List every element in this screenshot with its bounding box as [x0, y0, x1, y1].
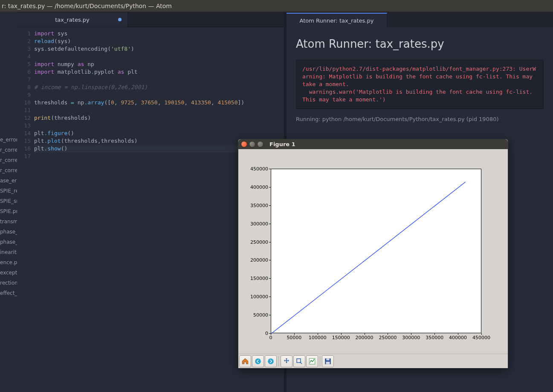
tree-item[interactable]: r_corre [0, 145, 17, 155]
figure-title: Figure 1 [269, 141, 295, 147]
window-minimize-button[interactable] [249, 141, 255, 147]
y-tick-label: 250000 [243, 239, 268, 245]
x-tick-label: 50000 [287, 335, 301, 340]
code-line[interactable] [34, 91, 284, 99]
tree-item[interactable]: effect_ [0, 288, 17, 298]
forward-button[interactable] [265, 355, 277, 367]
y-tick-label: 100000 [243, 294, 268, 300]
code-line[interactable] [34, 53, 284, 61]
runner-tab-label: Atom Runner: tax_rates.py [300, 17, 374, 24]
code-line[interactable]: reload(sys) [34, 37, 284, 45]
tree-item[interactable]: SPIE_sr [0, 196, 17, 206]
y-tick-label: 400000 [243, 184, 268, 190]
x-tick-label: 450000 [472, 335, 490, 340]
tree-item[interactable]: SPIE_re [0, 186, 17, 196]
x-tick-label: 400000 [449, 335, 467, 340]
back-button[interactable] [252, 355, 264, 367]
x-tick-label: 250000 [379, 335, 397, 340]
svg-point-1 [268, 358, 274, 364]
y-tick-label: 300000 [243, 221, 268, 226]
tree-item[interactable]: inearitie [0, 247, 17, 257]
x-tick-label: 200000 [356, 335, 373, 340]
editor-tab-label: tax_rates.py [55, 17, 90, 23]
tree-item[interactable]: SPIE.pr [0, 206, 17, 216]
code-line[interactable]: print(thresholds) [34, 114, 284, 122]
svg-point-0 [255, 358, 261, 364]
subplots-button[interactable] [306, 355, 318, 367]
runner-tab-row: Atom Runner: tax_rates.py [287, 12, 553, 27]
x-tick-label: 300000 [402, 335, 420, 340]
code-line[interactable]: thresholds = np.array([0, 9725, 37650, 1… [34, 99, 284, 107]
figure-window[interactable]: Figure 1 0500001000001500002000002500003… [238, 139, 508, 368]
code-line[interactable] [34, 107, 284, 114]
figure-titlebar[interactable]: Figure 1 [238, 139, 508, 149]
tree-item[interactable]: phase_ [0, 227, 17, 237]
line-gutter: 1234567891011121314151617 [17, 30, 34, 392]
code-line[interactable]: import numpy as np [34, 61, 284, 68]
zoom-button[interactable] [293, 355, 305, 367]
y-tick-label: 150000 [243, 276, 268, 281]
tree-item[interactable]: transm [0, 216, 17, 227]
pan-button[interactable] [281, 355, 292, 367]
x-tick-label: 150000 [332, 335, 350, 340]
figure-canvas[interactable]: 0500001000001500002000002500003000003500… [238, 149, 508, 354]
tree-item[interactable]: rection_ [0, 278, 17, 288]
home-button[interactable] [239, 355, 251, 367]
code-line[interactable]: sys.setdefaultencoding('utf8') [34, 45, 284, 53]
file-tree[interactable]: e_error:r_correr_correr_correase_errSPIE… [0, 12, 17, 392]
runner-tab[interactable]: Atom Runner: tax_rates.py [287, 13, 387, 27]
tree-item[interactable]: phase_ [0, 237, 17, 247]
y-tick-label: 200000 [243, 257, 268, 263]
x-tick-label: 350000 [426, 335, 443, 340]
code-line[interactable]: plt.figure() [34, 130, 284, 137]
runner-status: Running: python /home/kurt/Documents/Pyt… [296, 116, 544, 122]
unsaved-dot-icon [118, 18, 122, 21]
runner-heading: Atom Runner: tax_rates.py [296, 37, 544, 50]
editor-tab-row: tax_rates.py [17, 12, 284, 27]
tree-item[interactable]: e_error: [0, 135, 17, 145]
tree-item[interactable]: r_corre [0, 155, 17, 165]
x-tick-label: 100000 [309, 335, 327, 340]
plot-line [271, 182, 466, 334]
tree-item[interactable]: ence.py [0, 257, 17, 268]
y-tick-label: 450000 [243, 166, 268, 172]
x-tick-label: 0 [269, 335, 272, 340]
y-tick-label: 0 [243, 331, 268, 336]
code-line[interactable]: # income = np.linspace(0,2e6,2001) [34, 84, 284, 91]
runner-output: /usr/lib/python2.7/dist-packages/matplot… [296, 60, 544, 109]
toolbar-separator [320, 356, 320, 366]
code-line[interactable]: import matplotlib.pyplot as plt [34, 68, 284, 76]
code-line[interactable] [34, 76, 284, 84]
plot-frame [271, 169, 481, 333]
window-maximize-button[interactable] [257, 141, 263, 147]
editor-tab[interactable]: tax_rates.py [17, 12, 128, 27]
code-line[interactable]: import sys [34, 30, 284, 37]
y-tick-label: 350000 [243, 202, 268, 208]
tree-item[interactable]: ase_err [0, 176, 17, 186]
toolbar-separator [278, 356, 279, 366]
code-line[interactable] [34, 122, 284, 130]
y-tick-label: 50000 [243, 312, 268, 318]
figure-toolbar [238, 354, 508, 368]
save-button[interactable] [322, 355, 334, 367]
tree-item[interactable]: except [0, 268, 17, 278]
svg-rect-6 [326, 361, 330, 364]
plot-svg [271, 169, 482, 334]
window-title: r: tax_rates.py — /home/kurt/Documents/P… [0, 0, 553, 12]
tree-item[interactable]: r_corre [0, 165, 17, 176]
window-close-button[interactable] [241, 141, 247, 147]
svg-rect-5 [326, 358, 330, 360]
